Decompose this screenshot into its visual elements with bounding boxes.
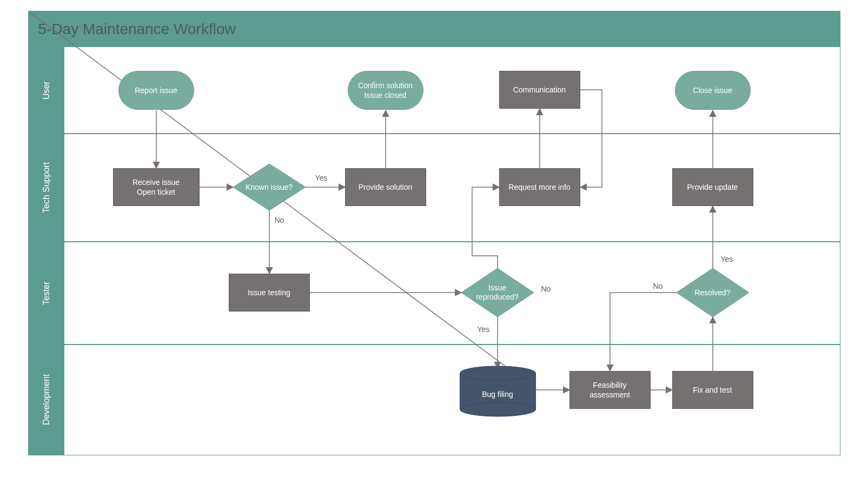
node-label: Receive issue Open ticket xyxy=(132,177,180,197)
lane-label-user: User xyxy=(29,47,64,134)
node-label: Provide update xyxy=(687,182,738,192)
node-label: Known issue? xyxy=(246,183,293,192)
edge-label-resolved-yes: Yes xyxy=(721,255,733,263)
node-label: Bug filing xyxy=(482,390,513,399)
lane-label-dev: Development xyxy=(29,345,64,455)
lane-label-tester: Tester xyxy=(29,242,64,345)
node-label: Provide solution xyxy=(359,182,413,192)
edge-label-repro-no: No xyxy=(541,284,551,293)
node-label: Communication xyxy=(513,85,566,95)
lane-label-tech: Tech Support xyxy=(29,134,64,242)
node-provide-solution: Provide solution xyxy=(345,168,426,206)
node-label: Report issue xyxy=(135,85,177,95)
node-report-issue: Report issue xyxy=(118,71,194,110)
edge-label-known-no: No xyxy=(275,216,284,224)
node-known-issue: Known issue? xyxy=(233,164,306,210)
node-label: Issue reproduced? xyxy=(476,283,519,302)
node-label: Fix and test xyxy=(693,385,732,395)
diagram-title: 5-Day Maintenance Workflow xyxy=(38,21,236,38)
node-issue-testing: Issue testing xyxy=(229,274,310,312)
node-confirm-close: Confirm solution Issue closed xyxy=(348,71,423,110)
edge-label-known-yes: Yes xyxy=(315,174,328,182)
lane-divider xyxy=(64,345,840,346)
lane-divider xyxy=(64,134,840,135)
node-issue-reproduced: Issue reproduced? xyxy=(461,268,534,317)
node-label: Resolved? xyxy=(694,288,730,297)
node-resolved: Resolved? xyxy=(677,268,749,317)
node-bug-filing: Bug filing xyxy=(459,366,537,417)
lane-divider xyxy=(64,242,840,243)
node-communication: Communication xyxy=(499,71,580,109)
node-close-issue: Close issue xyxy=(675,71,751,110)
node-request-more-info: Request more info xyxy=(499,168,580,206)
node-label: Request more info xyxy=(508,182,570,192)
node-label: Issue testing xyxy=(248,288,290,297)
node-receive-issue: Receive issue Open ticket xyxy=(113,168,200,206)
node-provide-update: Provide update xyxy=(672,168,753,206)
node-label: Feasibility assessment xyxy=(589,380,630,400)
node-label: Close issue xyxy=(693,85,732,95)
diagram-title-bar: 5-Day Maintenance Workflow xyxy=(29,11,840,47)
edge-label-resolved-no: No xyxy=(653,282,663,290)
node-feasibility: Feasibility assessment xyxy=(569,371,651,409)
node-fix-and-test: Fix and test xyxy=(672,371,753,409)
edge-label-repro-yes: Yes xyxy=(478,325,490,334)
node-label: Confirm solution Issue closed xyxy=(358,81,413,100)
swimlane-diagram: 5-Day Maintenance Workflow User Tech Sup… xyxy=(28,11,840,455)
